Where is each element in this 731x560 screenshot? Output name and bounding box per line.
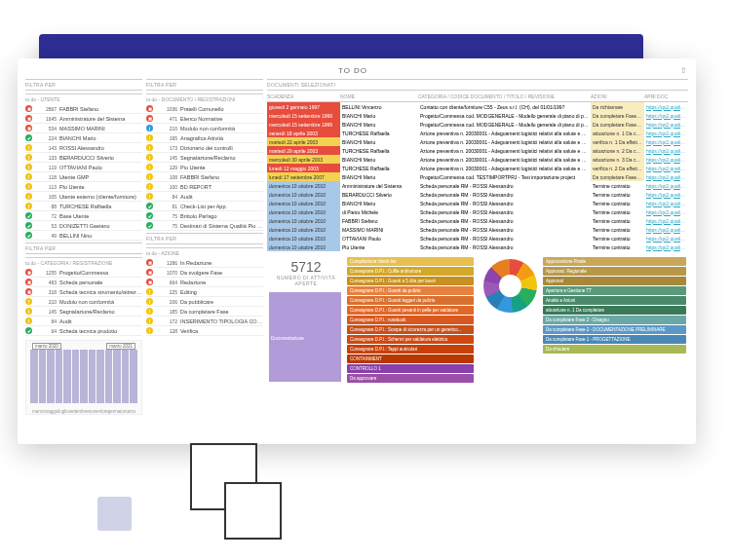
label-item[interactable]: Da completare Fase 2 - Disegno	[543, 316, 686, 324]
filter-row[interactable]: ✖1286In Redazione	[146, 258, 263, 268]
label-item[interactable]: Analisi e Azioni	[543, 296, 686, 305]
cell-link[interactable]: https://qx2.qualiwa...	[644, 120, 688, 129]
filter-row[interactable]: ✔224BIANCHI Mario	[25, 133, 142, 143]
warn-item[interactable]: Consegnare D.P.I.: Guanti a 5 dita per l…	[347, 277, 474, 285]
doc-row[interactable]: domenica 10 ottobre 2010 FABBRI Stefano …	[267, 216, 688, 225]
filter-row[interactable]: ✖664Redazione	[146, 278, 263, 287]
filter-row[interactable]: ✔81Check-List per App.	[146, 202, 263, 211]
filter-row[interactable]: !119OTTAVIANI Paolo	[25, 163, 142, 172]
label-item[interactable]: Da completare Fase 2 - DOCUMENTAZIONE PR…	[543, 325, 686, 334]
doc-row[interactable]: domenica 10 ottobre 2010 BIANCHI Mario S…	[267, 199, 688, 207]
tree-block[interactable]: Documentazione	[269, 292, 341, 382]
doc-row[interactable]: domenica 10 ottobre 2010 Amministratore …	[267, 181, 688, 190]
label-item[interactable]: Da chiudere	[543, 345, 686, 354]
doc-row[interactable]: domenica 10 ottobre 2010 BERARDUCCI Silv…	[267, 190, 688, 199]
filter-row[interactable]: ✖534MASSIMO MARINI	[25, 124, 142, 133]
doc-row[interactable]: martedì 29 aprile 2003 TURCHESE Raffaell…	[267, 146, 688, 155]
filter-row[interactable]: ✖2867FABBRI Stefano	[25, 104, 142, 114]
filter-row[interactable]: !84Audit	[25, 317, 142, 326]
filter-row[interactable]: ✖1070Da svolgere Fase	[146, 268, 263, 278]
filter-row[interactable]: !133BERARDUCCI Silverio	[25, 153, 142, 163]
label-item[interactable]: Da completare Fase 1 - PROGETTAZIONE	[543, 335, 686, 344]
filter-row[interactable]: !195Anagrafica Attività	[146, 133, 263, 143]
filter-row[interactable]: i210Modulo non conformità	[146, 124, 263, 133]
filter-row[interactable]: !143ROSSI Alessandro	[25, 143, 142, 153]
cell-link[interactable]: https://qx2.qualiwa...	[644, 181, 688, 190]
filter-row[interactable]: ✔72Base Utente	[25, 211, 142, 221]
doc-row[interactable]: mercoledì 15 settembre 1999 BIANCHI Mari…	[267, 111, 688, 120]
filter-row[interactable]: !173Dizionario dei controlli	[146, 143, 263, 153]
filter-row[interactable]: !145Segnalazione/Reclamo	[146, 153, 263, 163]
filter-row[interactable]: ✖1255Progetto/Commessa	[25, 268, 142, 278]
label-item[interactable]: Approval	[543, 277, 686, 285]
label-item[interactable]: attuazione n. 1 Da completare	[543, 306, 686, 315]
label-item[interactable]: Approvazione Finale	[543, 257, 686, 266]
filter-row[interactable]: ✖483Scheda personale	[25, 278, 142, 287]
filter-row[interactable]: !128Verifica	[146, 326, 263, 336]
label-item[interactable]: Apertura e Gestione TT	[543, 286, 686, 295]
doc-row[interactable]: mercoledì 15 settembre 1999 BIANCHI Mari…	[267, 120, 688, 129]
doc-row[interactable]: domenica 10 ottobre 2010 di Pietro Miche…	[267, 207, 688, 216]
label-item[interactable]: Approvaz. Regionale	[543, 267, 686, 276]
warn-item[interactable]: Consegnare D.P.I.: Guanti pesanti in pel…	[347, 306, 474, 315]
filter-row[interactable]: !84Audit	[146, 192, 263, 202]
filter-row[interactable]: ✔75Brittolo Parlago	[146, 211, 263, 221]
cell-link[interactable]: https://qx2.qualiwa...	[644, 146, 688, 155]
filter-row[interactable]: !129Pio Utente	[146, 163, 263, 172]
warn-item[interactable]: Consegnare D.P.I.: Schermi per saldatura…	[347, 335, 474, 344]
filter-row[interactable]: !210Modulo non conformità	[25, 297, 142, 307]
warn-item[interactable]: Consegnare D.P.I.: Scarpe di sicurezza p…	[347, 325, 474, 334]
filter-row[interactable]: !118Utente GMP	[25, 172, 142, 182]
cell-link[interactable]: https://qx2.qualiwa...	[644, 172, 688, 181]
filter-row[interactable]: ✖1645Amministratore del Sistema	[25, 114, 142, 124]
filter-row[interactable]: !206Da pubblicare	[146, 297, 263, 307]
filter-row[interactable]: !100BD REPORT	[146, 182, 263, 192]
warn-item[interactable]: Consegnare D.P.I.: notebook	[347, 316, 474, 324]
donut-chart[interactable]	[483, 259, 537, 313]
warn-item[interactable]: Compilazione check-list	[347, 257, 474, 266]
filter-row[interactable]: !172INSERIMENTO TIPOLOGIA CONTROLLO	[146, 317, 263, 326]
filter-row[interactable]: !185Da completare Fase	[146, 307, 263, 317]
cell-link[interactable]: https://qx2.qualiwa...	[644, 129, 688, 137]
treemap-chart[interactable]: DocumentazioneProgetto/CommessaScheda pe…	[267, 290, 345, 382]
cell-link[interactable]: https://qx2.qualiwa...	[644, 243, 688, 251]
warn-item[interactable]: Consegnare D.P.I.: Tappi auricolari	[347, 345, 474, 354]
col-azioni[interactable]: AZIONI	[591, 93, 644, 99]
cell-link[interactable]: https://qx2.qualiwa...	[644, 207, 688, 216]
filter-row[interactable]: ✔64Scheda tecnica prodotto	[25, 326, 142, 336]
filter-row[interactable]: !225Editing	[146, 287, 263, 297]
cell-link[interactable]: https://qx2.qualiwa...	[644, 111, 688, 120]
cell-link[interactable]: https://qx2.qualiwa...	[644, 102, 688, 111]
filter-row[interactable]: !113Plo Utente	[25, 182, 142, 192]
warn-item[interactable]: CONTROLLO 1	[347, 364, 474, 373]
filter-row[interactable]: ✖318Scheda tecnica strumento/attrezzatur…	[25, 287, 142, 297]
cell-link[interactable]: https://qx2.qualiwa...	[644, 190, 688, 199]
filter-row[interactable]: ✔49BELLINI Nino	[25, 231, 142, 241]
warn-item[interactable]: CONTAINMENT	[347, 355, 474, 363]
col-scadenza[interactable]: SCADENZA	[267, 93, 340, 99]
col-nome[interactable]: NOME	[340, 93, 418, 99]
warn-item[interactable]: Consegnare D.P.I.: Guanti leggeri da pul…	[347, 296, 474, 305]
doc-row[interactable]: domenica 10 ottobre 2010 OTTAVIANI Paolo…	[267, 234, 688, 243]
doc-row[interactable]: domenica 10 ottobre 2010 MASSIMO MARINI …	[267, 225, 688, 234]
cell-link[interactable]: https://qx2.qualiwa...	[644, 234, 688, 243]
filter-row[interactable]: ✖471Elenco Normative	[146, 114, 263, 124]
doc-row[interactable]: domenica 10 ottobre 2010 Plo Utente Sche…	[267, 243, 688, 251]
share-icon[interactable]: ⇧	[680, 66, 688, 75]
cell-link[interactable]: https://qx2.qualiwa...	[644, 199, 688, 207]
doc-row[interactable]: lunedì 12 maggio 2003 TURCHESE Raffaella…	[267, 164, 688, 172]
filter-row[interactable]: !88TURCHESE Raffaella	[25, 202, 142, 211]
doc-row[interactable]: martedì 22 aprile 2003 BIANCHI Mario Azi…	[267, 137, 688, 146]
filter-row[interactable]: !108FABBRI Stefano	[146, 172, 263, 182]
doc-row[interactable]: mercoledì 30 aprile 2003 BIANCHI Mario A…	[267, 155, 688, 164]
cell-link[interactable]: https://qx2.qualiwa...	[644, 155, 688, 164]
warn-item[interactable]: Consegnare D.P.I.: Guanti da pulizia	[347, 286, 474, 295]
doc-row[interactable]: lunedì 17 settembre 2007 BIANCHI Mario P…	[267, 172, 688, 181]
filter-row[interactable]: ✔75Destinari di Sistema Qualità Pio enhj…	[146, 221, 263, 231]
filter-row[interactable]: ✔53DONIZETTI Gaetano	[25, 221, 142, 231]
col-categoria[interactable]: CATEGORIA / CODICE DOCUMENTO / TITOLO / …	[418, 93, 591, 99]
warn-item[interactable]: Da approvare	[347, 374, 474, 383]
col-apri[interactable]: APRI DOC	[644, 93, 688, 99]
cell-link[interactable]: https://qx2.qualiwa...	[644, 225, 688, 234]
warn-item[interactable]: Consegnare D.P.I.: Cuffie antirumore	[347, 267, 474, 276]
